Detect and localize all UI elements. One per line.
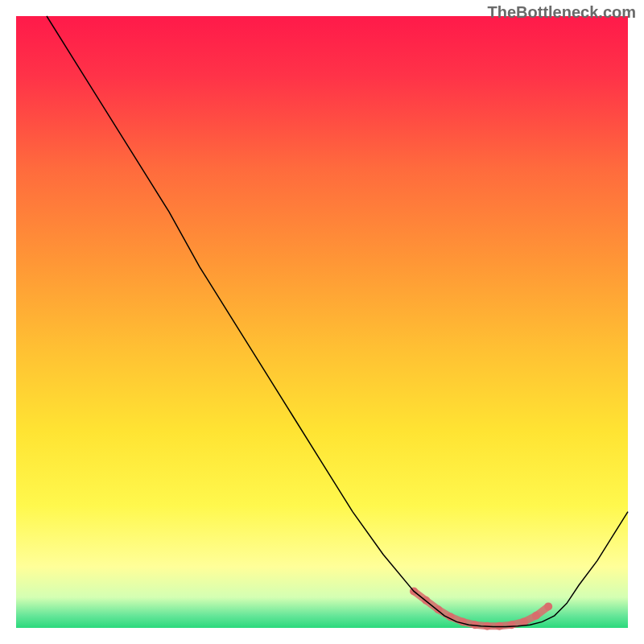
gradient-background bbox=[16, 16, 628, 628]
watermark-text: TheBottleneck.com bbox=[488, 3, 636, 22]
chart-area bbox=[0, 0, 644, 644]
svg-point-11 bbox=[544, 602, 552, 610]
svg-point-10 bbox=[532, 612, 540, 620]
svg-point-8 bbox=[508, 621, 516, 629]
chart-svg bbox=[0, 0, 644, 644]
svg-point-7 bbox=[495, 622, 503, 630]
